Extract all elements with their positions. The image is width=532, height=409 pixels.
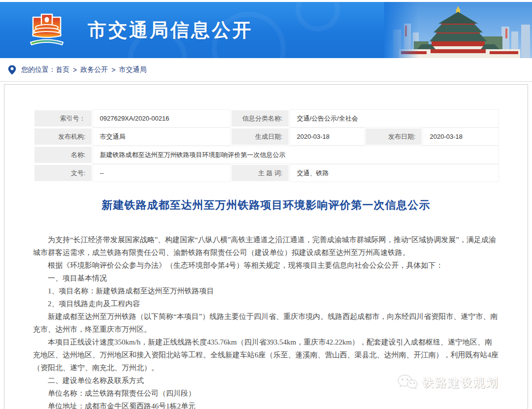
doc-number-value: -- [93,164,231,182]
article-paragraph: 为支持“长江经济带发展国家战略”、构建国家“八纵八横”高铁主通道之沿江通道，完善… [33,233,499,259]
index-number-value: 0927629XA/2020-00216 [93,109,231,127]
keywords-value: 交通、铁路 [290,164,499,182]
breadcrumb-separator: > [111,66,115,74]
table-row: 文号: -- 主 题 词: 交通、铁路 [33,164,499,182]
document-meta-table: 索引号： 0927629XA/2020-00216 信息分类名称: 交通/公告公… [33,109,499,182]
doc-name-value: 新建铁路成都至达州至万州铁路项目环境影响评价第一次信息公示 [93,146,499,164]
table-row: 名称: 新建铁路成都至达州至万州铁路项目环境影响评价第一次信息公示 [33,146,499,164]
category-value: 交通/公告公示/全社会 [290,109,499,127]
agency-value: 市交通局 [93,127,231,146]
article-paragraph: 单位名称：成兰铁路有限责任公司（四川段） [33,387,499,400]
article-paragraph: 本项目正线设计速度350km/h，新建正线线路长度435.76km（四川省393… [33,336,499,374]
cloud-swirl-decoration [296,2,340,31]
keywords-label: 主 题 词: [231,164,290,182]
index-number-label: 索引号： [33,109,93,127]
article-paragraph: 2、项目线路走向及工程内容 [33,297,499,310]
content-panel: 索引号： 0927629XA/2020-00216 信息分类名称: 交通/公告公… [4,84,528,409]
breadcrumb-link-home[interactable]: 首页 [56,65,69,74]
publish-date-label: 发布日期: [365,127,423,146]
doc-number-label: 文号: [33,164,93,182]
agency-label: 发布机构: [33,127,93,146]
great-hall-building-photo [384,2,532,58]
article-paragraph: 根据《环境影响评价公众参与办法》（生态环境部令第4号）等相关规定，现将项目主要信… [33,259,499,272]
article-paragraph: 1、项目名称：新建铁路成都至达州至万州铁路项目 [33,284,499,297]
breadcrumb-separator: > [73,66,77,74]
table-row: 发布机构: 市交通局 生成日期: 2020-03-18 发布日期: 2020-0… [33,127,499,146]
article-paragraph: 单位地址：成都市金牛区蜀西路46号1栋2单元 [33,400,499,409]
site-title: 市交通局信息公开 [88,18,253,43]
bureau-logo-icon [26,9,68,51]
breadcrumb-link-open-gov[interactable]: 政务公开 [80,65,108,74]
breadcrumb-link-transport-bureau[interactable]: 市交通局 [119,65,146,74]
article-title: 新建铁路成都至达州至万州铁路项目环境影响评价第一次信息公示 [4,198,528,213]
breadcrumb: 您的位置： 首页 > 政务公开 > 市交通局 [0,58,532,82]
created-date-label: 生成日期: [231,127,290,146]
article-body: 为支持“长江经济带发展国家战略”、构建国家“八纵八横”高铁主通道之沿江通道，完善… [33,233,499,409]
location-pin-icon [8,65,16,75]
article-section-heading: 二、建设单位名称及联系方式 [33,374,499,387]
doc-name-label: 名称: [33,146,93,164]
article-section-heading: 一、项目基本情况 [33,272,499,284]
article-paragraph: 新建成都至达州至万州铁路（以下简称“本项目”）线路主要位于四川省、重庆市境内。线… [33,310,499,336]
table-row: 索引号： 0927629XA/2020-00216 信息分类名称: 交通/公告公… [33,109,499,127]
created-date-value: 2020-03-18 [290,127,365,146]
breadcrumb-prefix: 您的位置： [21,65,56,74]
publish-date-value: 2020-03-18 [423,127,499,146]
category-label: 信息分类名称: [231,109,290,127]
page-header-banner: 市交通局信息公开 [0,2,532,58]
